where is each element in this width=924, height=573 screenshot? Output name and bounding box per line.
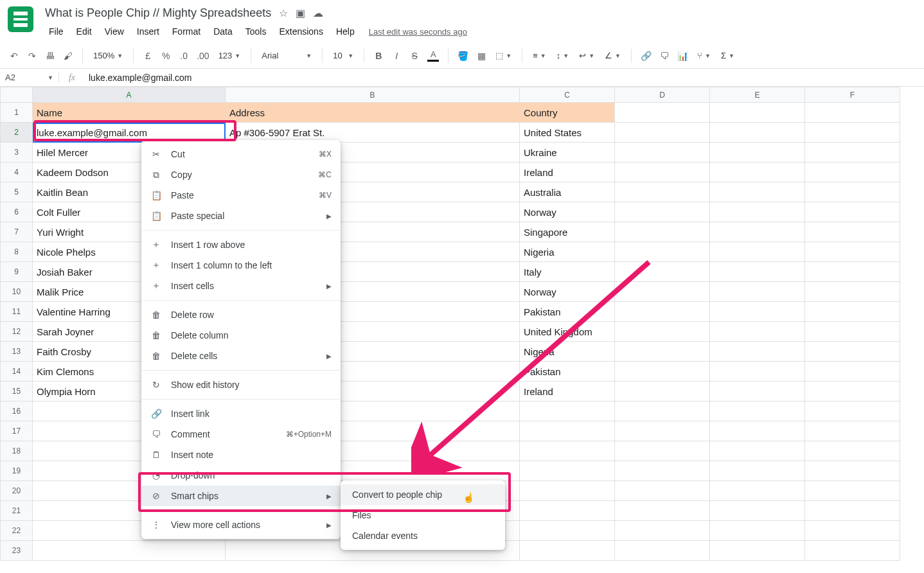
- strike-button[interactable]: S: [407, 47, 422, 65]
- row-header[interactable]: 5: [1, 182, 33, 202]
- row-header[interactable]: 23: [1, 541, 33, 561]
- row-header[interactable]: 14: [1, 362, 33, 382]
- menu-view[interactable]: View: [100, 24, 129, 39]
- cell[interactable]: [615, 342, 710, 362]
- move-icon[interactable]: ▣: [296, 7, 305, 19]
- cell[interactable]: Norway: [520, 282, 615, 302]
- cell[interactable]: [805, 163, 900, 182]
- rotate-dropdown[interactable]: ∠▼: [601, 47, 625, 65]
- row-header[interactable]: 8: [1, 242, 33, 262]
- cell[interactable]: [520, 501, 615, 521]
- cell[interactable]: Name: [33, 103, 226, 123]
- ctx-cut[interactable]: ✂Cut⌘X: [141, 144, 341, 164]
- cell[interactable]: [805, 362, 900, 382]
- cell[interactable]: Ukraine: [520, 143, 615, 163]
- last-edit-link[interactable]: Last edit was seconds ago: [369, 27, 467, 37]
- cell[interactable]: [615, 322, 710, 342]
- menu-tools[interactable]: Tools: [240, 24, 272, 39]
- cell[interactable]: [615, 382, 710, 401]
- col-header-F[interactable]: F: [805, 87, 900, 103]
- col-header-E[interactable]: E: [710, 87, 805, 103]
- sub-calendar-events[interactable]: Calendar events: [341, 525, 505, 546]
- v-align-dropdown[interactable]: ↕▼: [553, 47, 573, 65]
- cell[interactable]: luke.example@gmail.com: [33, 123, 226, 143]
- cell[interactable]: [615, 461, 710, 481]
- undo-button[interactable]: ↶: [6, 47, 22, 65]
- cell[interactable]: [805, 441, 900, 461]
- insert-link-button[interactable]: 🔗: [638, 47, 654, 65]
- ctx-insert-1-row-above[interactable]: ＋Insert 1 row above: [141, 234, 341, 255]
- sheets-logo[interactable]: [8, 6, 33, 32]
- cell[interactable]: [615, 541, 710, 561]
- row-header[interactable]: 4: [1, 163, 33, 182]
- cell[interactable]: Ireland: [520, 163, 615, 182]
- row-header[interactable]: 3: [1, 143, 33, 163]
- ctx-paste[interactable]: 📋Paste⌘V: [141, 185, 341, 206]
- cell[interactable]: Norway: [520, 202, 615, 222]
- cell[interactable]: Nigeria: [520, 242, 615, 262]
- cell[interactable]: [805, 242, 900, 262]
- paint-format-button[interactable]: 🖌: [60, 47, 76, 65]
- row-header[interactable]: 18: [1, 441, 33, 461]
- cell[interactable]: [615, 421, 710, 441]
- italic-button[interactable]: I: [389, 47, 404, 65]
- cell[interactable]: [615, 222, 710, 242]
- ctx-insert-cells[interactable]: ＋Insert cells▶: [141, 276, 341, 296]
- cell[interactable]: [805, 262, 900, 282]
- percent-button[interactable]: %: [158, 47, 173, 65]
- row-header[interactable]: 20: [1, 481, 33, 501]
- cell[interactable]: [805, 222, 900, 242]
- row-header[interactable]: 13: [1, 342, 33, 362]
- cell[interactable]: [615, 123, 710, 143]
- ctx-copy[interactable]: ⧉Copy⌘C: [141, 164, 341, 185]
- row-header[interactable]: 21: [1, 501, 33, 521]
- ctx-insert-1-column-to-the-left[interactable]: ＋Insert 1 column to the left: [141, 255, 341, 276]
- cell[interactable]: [615, 282, 710, 302]
- cell[interactable]: [520, 401, 615, 421]
- cell[interactable]: [710, 461, 805, 481]
- row-header[interactable]: 16: [1, 401, 33, 421]
- cell[interactable]: [710, 282, 805, 302]
- cell[interactable]: [710, 401, 805, 421]
- menu-data[interactable]: Data: [208, 24, 238, 39]
- cell[interactable]: [805, 282, 900, 302]
- currency-button[interactable]: £: [140, 47, 155, 65]
- ctx-insert-note[interactable]: 🗒Insert note: [141, 445, 341, 465]
- cell[interactable]: [520, 441, 615, 461]
- cell[interactable]: [710, 143, 805, 163]
- cell[interactable]: [615, 143, 710, 163]
- cell[interactable]: [805, 342, 900, 362]
- cell[interactable]: Pakistan: [520, 302, 615, 322]
- h-align-dropdown[interactable]: ≡▼: [529, 47, 550, 65]
- cell[interactable]: [805, 302, 900, 322]
- ctx-insert-link[interactable]: 🔗Insert link: [141, 403, 341, 424]
- menu-file[interactable]: File: [44, 24, 69, 39]
- cell[interactable]: [615, 262, 710, 282]
- cell[interactable]: [805, 202, 900, 222]
- ctx-comment[interactable]: 🗨Comment⌘+Option+M: [141, 424, 341, 445]
- cell[interactable]: [710, 222, 805, 242]
- text-color-button[interactable]: A: [425, 47, 441, 65]
- doc-title[interactable]: What is People Chip // Mighty Spreadshee…: [44, 5, 272, 21]
- cell[interactable]: [710, 342, 805, 362]
- insert-comment-button[interactable]: 🗨: [657, 47, 672, 65]
- decrease-decimal-button[interactable]: .0: [176, 47, 191, 65]
- cell[interactable]: Ap #306-5907 Erat St.: [226, 123, 520, 143]
- merge-dropdown[interactable]: ⬚▼: [492, 47, 515, 65]
- cell[interactable]: [805, 481, 900, 501]
- zoom-dropdown[interactable]: 150%▼: [89, 47, 127, 65]
- cell[interactable]: [615, 481, 710, 501]
- menu-extensions[interactable]: Extensions: [274, 24, 328, 39]
- col-header-C[interactable]: C: [520, 87, 615, 103]
- cell[interactable]: [615, 103, 710, 123]
- cell[interactable]: [710, 541, 805, 561]
- cell[interactable]: Italy: [520, 262, 615, 282]
- row-header[interactable]: 10: [1, 282, 33, 302]
- ctx-delete-row[interactable]: 🗑Delete row: [141, 304, 341, 325]
- cell[interactable]: [615, 202, 710, 222]
- cell[interactable]: Ireland: [520, 382, 615, 401]
- row-header[interactable]: 1: [1, 103, 33, 123]
- cell[interactable]: [710, 302, 805, 322]
- sub-convert-to-people-chip[interactable]: Convert to people chip: [341, 484, 505, 505]
- cell[interactable]: [710, 103, 805, 123]
